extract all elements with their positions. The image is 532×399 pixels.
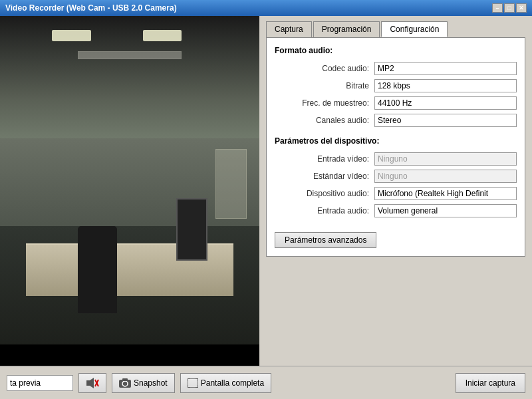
audio-input-field[interactable] bbox=[374, 204, 517, 217]
video-input-field[interactable] bbox=[374, 152, 517, 166]
minimize-button[interactable]: – bbox=[492, 3, 503, 13]
svg-rect-0 bbox=[86, 380, 90, 386]
fullscreen-button[interactable]: Pantalla completa bbox=[180, 373, 271, 393]
audio-device-input[interactable] bbox=[374, 187, 517, 200]
advanced-params-button[interactable]: Parámetros avanzados bbox=[275, 232, 376, 248]
mute-icon bbox=[86, 377, 99, 389]
advanced-btn-container: Parámetros avanzados bbox=[275, 225, 517, 248]
audio-input-row: Entrada audio: bbox=[275, 204, 517, 217]
audio-channels-row: Canales audio: bbox=[275, 114, 517, 127]
window-controls: – □ ✕ bbox=[492, 3, 527, 13]
toolbar: Snapshot Pantalla completa Iniciar captu… bbox=[0, 366, 532, 399]
svg-rect-7 bbox=[188, 378, 198, 388]
audio-channels-input[interactable] bbox=[374, 114, 517, 127]
right-panel: Captura Programación Configuración Forma… bbox=[259, 16, 532, 366]
tab-content-configuracion: Formato audio: Codec audio: Bitrate Frec… bbox=[266, 37, 525, 257]
close-button[interactable]: ✕ bbox=[516, 3, 527, 13]
video-input-row: Entrada vídeo: bbox=[275, 152, 517, 166]
maximize-button[interactable]: □ bbox=[504, 3, 515, 13]
chair bbox=[78, 226, 117, 314]
sample-rate-label: Frec. de muestreo: bbox=[275, 98, 374, 108]
tab-captura[interactable]: Captura bbox=[266, 21, 312, 37]
fullscreen-label: Pantalla completa bbox=[201, 378, 264, 388]
bitrate-input[interactable] bbox=[374, 79, 517, 92]
video-panel bbox=[0, 16, 259, 366]
codec-audio-label: Codec audio: bbox=[275, 64, 374, 73]
svg-rect-6 bbox=[122, 378, 128, 381]
window-title: Video Recorder (Web Cam - USB 2.0 Camera… bbox=[5, 3, 177, 13]
video-feed bbox=[0, 16, 259, 366]
preview-input[interactable] bbox=[7, 375, 73, 391]
camera-icon bbox=[119, 378, 131, 388]
audio-channels-label: Canales audio: bbox=[275, 116, 374, 125]
ceiling-bg bbox=[0, 16, 259, 156]
audio-device-label: Dispositivo audio: bbox=[275, 189, 374, 198]
audio-input-label: Entrada audio: bbox=[275, 206, 374, 215]
bitrate-label: Bitrate bbox=[275, 81, 374, 90]
snapshot-button[interactable]: Snapshot bbox=[112, 373, 175, 393]
codec-audio-row: Codec audio: bbox=[275, 62, 517, 75]
tab-configuracion[interactable]: Configuración bbox=[381, 21, 448, 37]
mute-button[interactable] bbox=[78, 373, 106, 393]
window-in-scene bbox=[215, 149, 247, 219]
sample-rate-input[interactable] bbox=[374, 96, 517, 110]
bitrate-row: Bitrate bbox=[275, 79, 517, 92]
sample-rate-row: Frec. de muestreo: bbox=[275, 96, 517, 110]
title-bar: Video Recorder (Web Cam - USB 2.0 Camera… bbox=[0, 0, 532, 16]
start-capture-button[interactable]: Iniciar captura bbox=[456, 373, 525, 393]
main-content: Captura Programación Configuración Forma… bbox=[0, 16, 532, 366]
ceiling-light-2 bbox=[143, 30, 182, 41]
monitor bbox=[176, 198, 207, 261]
ceiling-vent bbox=[78, 51, 182, 60]
tab-programacion[interactable]: Programación bbox=[313, 21, 380, 37]
device-params-title: Parámetros del dispositivo: bbox=[275, 136, 517, 146]
fullscreen-icon bbox=[188, 378, 198, 388]
video-standard-row: Estándar vídeo: bbox=[275, 170, 517, 183]
video-input-label: Entrada vídeo: bbox=[275, 154, 374, 164]
codec-audio-input[interactable] bbox=[374, 62, 517, 75]
svg-marker-1 bbox=[90, 378, 94, 388]
audio-device-row: Dispositivo audio: bbox=[275, 187, 517, 200]
snapshot-label: Snapshot bbox=[134, 378, 168, 388]
ceiling-light-1 bbox=[52, 30, 91, 41]
tab-bar: Captura Programación Configuración bbox=[266, 21, 525, 37]
video-standard-input[interactable] bbox=[374, 170, 517, 183]
audio-format-title: Formato audio: bbox=[275, 46, 517, 55]
video-standard-label: Estándar vídeo: bbox=[275, 172, 374, 181]
